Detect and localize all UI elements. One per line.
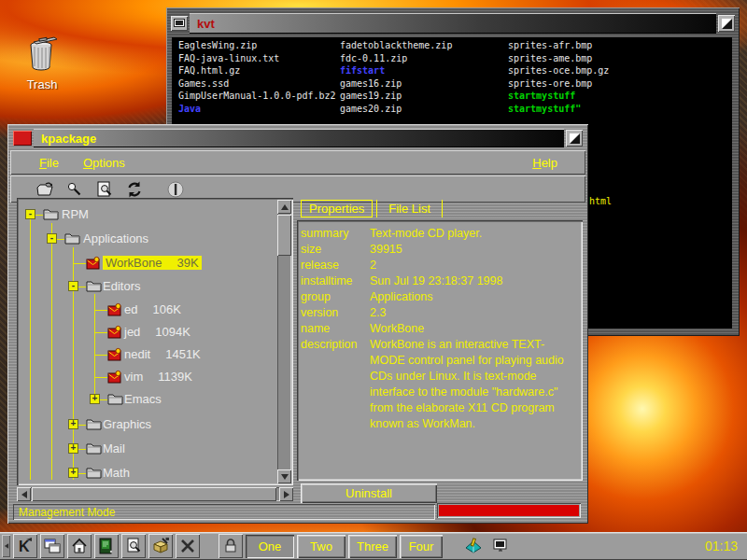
- terminal-cell: sprites-oce.bmp.gz: [508, 65, 609, 76]
- tab-separator: [376, 200, 377, 217]
- tree-item-ed[interactable]: ed106K: [19, 301, 275, 318]
- tree-item-emacs[interactable]: + Emacs: [19, 391, 275, 408]
- tree-item-nedit[interactable]: nedit1451K: [19, 346, 275, 363]
- package-icon: [86, 256, 102, 270]
- menu-options[interactable]: Options: [83, 156, 125, 170]
- find-files-button[interactable]: [121, 534, 146, 558]
- collapse-icon[interactable]: -: [68, 281, 78, 291]
- scrollbar-thumb[interactable]: [32, 487, 276, 501]
- desktop-button-four[interactable]: Four: [400, 535, 443, 558]
- tree-item-label: Editors: [103, 279, 140, 293]
- tree-item-size: 1139K: [158, 370, 192, 384]
- kpackage-window-title: kpackage: [34, 132, 96, 146]
- kvt-window-title: kvt: [190, 17, 215, 31]
- property-key: summary: [301, 226, 370, 242]
- terminal-cell: sprites-afr.bmp: [508, 40, 592, 50]
- tree-horizontal-scrollbar[interactable]: [17, 487, 293, 501]
- menu-file[interactable]: File: [39, 156, 59, 170]
- package-tools-icon: [151, 537, 170, 555]
- lock-screen-button[interactable]: [218, 534, 243, 558]
- home-button[interactable]: [67, 534, 92, 558]
- expand-icon[interactable]: +: [68, 443, 78, 454]
- property-value: 2.3: [370, 305, 564, 321]
- expand-icon[interactable]: +: [90, 394, 100, 404]
- tree-item-label: Math: [103, 466, 130, 480]
- tree-item-mail[interactable]: + Mail: [19, 441, 275, 457]
- tree-vertical-scrollbar[interactable]: [277, 200, 291, 483]
- property-value: 2: [370, 258, 564, 273]
- terminal-text-fragment: html: [589, 196, 612, 206]
- scrollbar-thumb[interactable]: [277, 215, 291, 256]
- maximize-icon: [722, 19, 732, 29]
- desktop-button-two[interactable]: Two: [297, 535, 345, 558]
- terminal-cell: fifstart: [340, 65, 385, 76]
- tree-item-vim[interactable]: vim1139K: [19, 369, 275, 385]
- help-button[interactable]: [461, 534, 486, 558]
- property-value: WorkBone: [370, 321, 564, 337]
- scroll-up-button[interactable]: [277, 200, 291, 214]
- kpackage-titlebar[interactable]: kpackage: [13, 129, 583, 147]
- terminal-cell: Java: [178, 104, 201, 114]
- tree-item-jed[interactable]: jed1094K: [19, 324, 275, 341]
- scroll-right-button[interactable]: [279, 487, 293, 501]
- scroll-down-button[interactable]: [277, 469, 291, 483]
- arrow-left-icon: [21, 491, 27, 498]
- xkill-button[interactable]: [176, 534, 200, 558]
- terminal-row: Games.ssd games16.zip sprites-ore.bmp: [172, 78, 732, 91]
- collapse-icon[interactable]: -: [47, 233, 57, 244]
- property-value: Applications: [370, 289, 564, 305]
- folder-icon: [64, 231, 80, 245]
- scroll-left-button[interactable]: [17, 487, 31, 501]
- uninstall-button[interactable]: Uninstall: [301, 483, 437, 503]
- trash-desktop-icon[interactable]: Trash: [9, 34, 75, 91]
- package-tree-pane: - RPM - Applications WorkBone39K - Edito…: [17, 198, 293, 485]
- open-folder-icon: [35, 179, 55, 200]
- tree-item-rpm[interactable]: - RPM: [19, 206, 275, 223]
- kvt-window-menu-button[interactable]: [171, 16, 188, 31]
- status-bar-text: Management Mode: [13, 504, 435, 520]
- trash-label: Trash: [9, 77, 75, 91]
- tab-properties[interactable]: Properties: [301, 200, 373, 217]
- menu-help[interactable]: Help: [532, 156, 557, 170]
- console-icon: [97, 537, 116, 555]
- kpackage-window: kpackage File Options Help: [7, 124, 588, 524]
- windows-icon: [43, 537, 62, 555]
- terminal-row: FAQ-java-linux.txt fdc-0.11.zip sprites-…: [172, 53, 732, 65]
- window-list-button[interactable]: [40, 534, 64, 558]
- package-icon: [107, 302, 123, 316]
- terminal-row: EaglesWing.zip fadetoblacktheme.zip spri…: [172, 40, 732, 52]
- tree-item-label: Applications: [83, 231, 148, 245]
- kpackage-window-menu-button[interactable]: [13, 131, 32, 146]
- panel-hide-button[interactable]: [2, 535, 10, 557]
- kvt-task-button[interactable]: [488, 534, 513, 558]
- terminal-icon: [492, 539, 509, 553]
- collapse-icon[interactable]: -: [25, 209, 35, 219]
- kvt-maximize-button[interactable]: [718, 15, 735, 32]
- terminal-cell: fadetoblacktheme.zip: [340, 40, 452, 50]
- tab-file-list[interactable]: File List: [381, 201, 438, 217]
- tree-item-graphics[interactable]: + Graphics: [19, 416, 275, 433]
- expand-icon[interactable]: +: [68, 419, 78, 429]
- expand-icon[interactable]: +: [68, 468, 78, 478]
- terminal-app-button[interactable]: [94, 534, 119, 558]
- terminal-cell: Games.ssd: [178, 78, 229, 89]
- package-icon: [107, 325, 123, 339]
- k-menu-button[interactable]: K: [13, 534, 37, 558]
- kpackage-maximize-button[interactable]: [566, 130, 583, 147]
- menubar: File Options Help: [10, 150, 585, 175]
- property-key: size: [301, 242, 370, 258]
- terminal-cell: FAQ-java-linux.txt: [178, 53, 279, 63]
- tree-item-applications[interactable]: - Applications: [19, 231, 275, 247]
- arrow-right-icon: [284, 491, 289, 498]
- tree-item-editors[interactable]: - Editors: [19, 278, 275, 295]
- tree-item-label: nedit: [124, 347, 150, 361]
- tree-item-label: Emacs: [124, 392, 162, 406]
- package-tree: - RPM - Applications WorkBone39K - Edito…: [19, 200, 275, 483]
- kvt-titlebar[interactable]: kvt: [171, 13, 735, 34]
- tree-item-workbone[interactable]: WorkBone39K: [19, 255, 275, 272]
- package-manager-button[interactable]: [148, 534, 173, 558]
- desktop-button-one[interactable]: One: [246, 535, 294, 558]
- lock-icon: [222, 538, 239, 554]
- tree-item-math[interactable]: + Math: [19, 465, 275, 482]
- desktop-button-three[interactable]: Three: [348, 535, 397, 558]
